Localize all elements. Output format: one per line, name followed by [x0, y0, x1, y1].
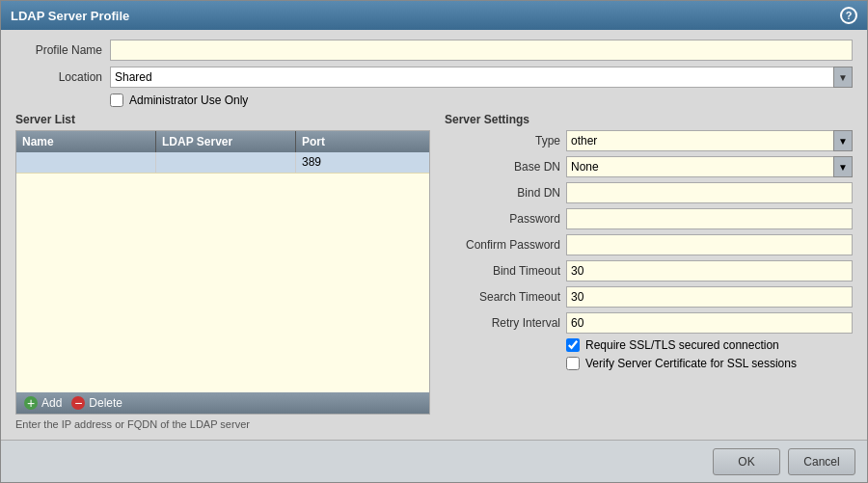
- row-port: 389: [296, 152, 429, 173]
- server-list-container: Name LDAP Server Port ​ ​: [15, 130, 430, 415]
- confirm-password-input[interactable]: [566, 234, 853, 255]
- confirm-password-row: Confirm Password: [445, 234, 853, 255]
- location-select-wrapper: Shared ▼: [110, 67, 853, 88]
- delete-server-button[interactable]: − Delete: [71, 396, 122, 410]
- verify-cert-row: Verify Server Certificate for SSL sessio…: [566, 357, 853, 370]
- bind-timeout-input[interactable]: [566, 260, 853, 282]
- cancel-button[interactable]: Cancel: [788, 448, 855, 475]
- row-ldap: ​: [156, 152, 296, 173]
- help-icon[interactable]: ?: [840, 7, 857, 24]
- server-list-toolbar: + Add − Delete: [16, 392, 429, 414]
- add-icon: +: [24, 396, 38, 410]
- bind-dn-label: Bind DN: [445, 186, 560, 200]
- server-list-panel: Server List Name LDAP Server Port ​: [15, 113, 430, 430]
- dialog-title: LDAP Server Profile: [11, 9, 129, 23]
- type-row: Type other Active Directory Sun Novell ▼: [445, 130, 853, 151]
- profile-name-row: Profile Name: [15, 40, 853, 61]
- row-name: ​: [16, 152, 156, 173]
- bind-dn-input[interactable]: [566, 182, 853, 203]
- location-row: Location Shared ▼: [15, 67, 853, 88]
- server-settings-grid: Type other Active Directory Sun Novell ▼: [445, 130, 853, 370]
- col-header-name: Name: [16, 131, 156, 152]
- dialog-titlebar: LDAP Server Profile ?: [1, 1, 867, 30]
- bind-timeout-row: Bind Timeout: [445, 260, 853, 282]
- base-dn-select[interactable]: None: [566, 156, 853, 177]
- password-row: Password: [445, 208, 853, 229]
- admin-use-only-checkbox[interactable]: [110, 94, 123, 107]
- add-label: Add: [41, 396, 62, 410]
- admin-use-only-label: Administrator Use Only: [129, 94, 248, 107]
- ldap-server-profile-dialog: LDAP Server Profile ? Profile Name Locat…: [0, 0, 868, 483]
- password-label: Password: [445, 212, 560, 226]
- location-label: Location: [15, 70, 102, 84]
- require-ssl-label: Require SSL/TLS secured connection: [585, 338, 779, 352]
- require-ssl-checkbox[interactable]: [566, 338, 580, 352]
- retry-interval-input[interactable]: [566, 312, 853, 334]
- password-input[interactable]: [566, 208, 853, 229]
- search-timeout-label: Search Timeout: [445, 290, 560, 304]
- table-row[interactable]: ​ ​ 389: [16, 152, 429, 174]
- search-timeout-input[interactable]: [566, 286, 853, 308]
- base-dn-row: Base DN None ▼: [445, 156, 853, 177]
- admin-use-only-row: Administrator Use Only: [110, 94, 853, 107]
- dialog-body: Profile Name Location Shared ▼ Administr…: [1, 30, 867, 440]
- verify-cert-label: Verify Server Certificate for SSL sessio…: [585, 357, 797, 370]
- panels-container: Server List Name LDAP Server Port ​: [15, 113, 853, 430]
- server-table-header: Name LDAP Server Port: [16, 131, 429, 152]
- retry-interval-label: Retry Interval: [445, 316, 560, 330]
- bind-dn-row: Bind DN: [445, 182, 853, 203]
- ok-button[interactable]: OK: [713, 448, 780, 475]
- search-timeout-row: Search Timeout: [445, 286, 853, 308]
- server-list-title: Server List: [15, 113, 430, 126]
- type-select[interactable]: other Active Directory Sun Novell: [566, 130, 853, 151]
- server-list-hint: Enter the IP address or FQDN of the LDAP…: [15, 418, 430, 430]
- server-table-body: ​ ​ 389: [16, 152, 429, 392]
- confirm-password-label: Confirm Password: [445, 238, 560, 252]
- col-header-port: Port: [296, 131, 429, 152]
- dialog-footer: OK Cancel: [1, 440, 867, 482]
- profile-name-label: Profile Name: [15, 43, 102, 57]
- delete-icon: −: [71, 396, 85, 410]
- base-dn-label: Base DN: [445, 160, 560, 174]
- type-label: Type: [445, 134, 560, 148]
- add-server-button[interactable]: + Add: [24, 396, 62, 410]
- profile-name-input[interactable]: [110, 40, 853, 61]
- server-settings-panel: Server Settings Type other Active Direct…: [445, 113, 853, 430]
- location-select[interactable]: Shared: [110, 67, 853, 88]
- base-dn-select-wrapper: None ▼: [566, 156, 853, 177]
- bind-timeout-label: Bind Timeout: [445, 264, 560, 278]
- retry-interval-row: Retry Interval: [445, 312, 853, 334]
- col-header-ldap: LDAP Server: [156, 131, 296, 152]
- server-settings-title: Server Settings: [445, 113, 853, 126]
- type-select-wrapper: other Active Directory Sun Novell ▼: [566, 130, 853, 151]
- verify-cert-checkbox[interactable]: [566, 357, 580, 370]
- delete-label: Delete: [89, 396, 122, 410]
- require-ssl-row: Require SSL/TLS secured connection: [566, 338, 853, 352]
